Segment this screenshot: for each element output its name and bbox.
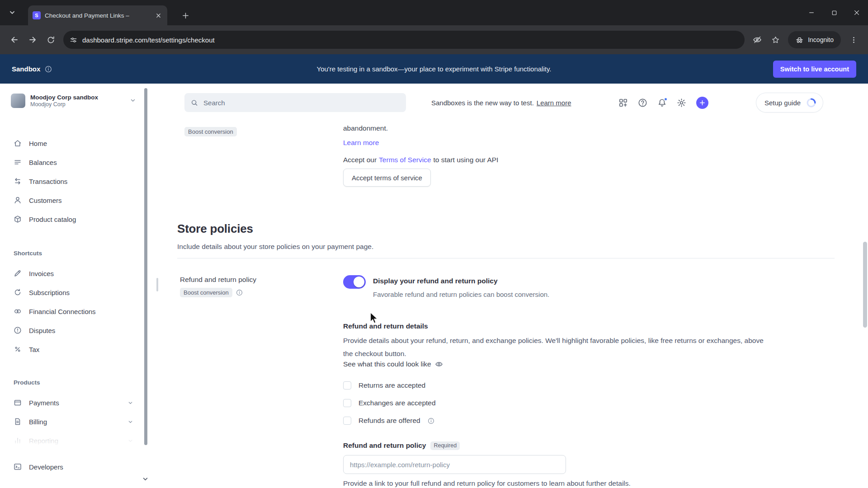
- refund-policy-url-input[interactable]: [343, 455, 566, 474]
- sidebar-item-transactions[interactable]: Transactions: [0, 172, 144, 191]
- sidebar-item-product-catalog[interactable]: Product catalog: [0, 210, 144, 229]
- accept-terms-button[interactable]: Accept terms of service: [343, 169, 431, 187]
- sidebar-item-billing[interactable]: Billing: [0, 412, 144, 431]
- sandbox-info-icon[interactable]: [45, 66, 52, 73]
- url-text[interactable]: dashboard.stripe.com/test/settings/check…: [82, 36, 215, 44]
- back-button[interactable]: [5, 31, 24, 49]
- sidebar-item-label: Reporting: [29, 437, 58, 445]
- exchanges-accepted-checkbox[interactable]: [343, 399, 351, 407]
- scroll-down-icon[interactable]: [142, 476, 148, 484]
- toggle-label: Display your refund and return policy: [373, 277, 498, 285]
- main-content: Sandboxes is the new way to test. Learn …: [148, 84, 868, 488]
- sidebar-item-home[interactable]: Home: [0, 134, 144, 153]
- subscriptions-icon: [14, 288, 22, 296]
- terms-of-service-link[interactable]: Terms of Service: [379, 156, 431, 164]
- home-icon: [14, 139, 22, 147]
- notifications-button[interactable]: [657, 98, 667, 108]
- section-divider: [177, 258, 835, 258]
- browser-tab[interactable]: S Checkout and Payment Links –: [28, 5, 167, 25]
- browser-menu-button[interactable]: [844, 31, 863, 49]
- switch-to-live-button[interactable]: Switch to live account: [773, 61, 856, 78]
- payments-icon: [14, 399, 22, 407]
- preview-link-label: See what this could look like: [343, 360, 431, 368]
- chevron-down-icon: [128, 438, 133, 443]
- sidebar-item-label: Home: [29, 140, 47, 147]
- new-tab-button[interactable]: [177, 7, 193, 23]
- checkbox-row-refunds: Refunds are offered: [343, 415, 434, 427]
- billing-icon: [14, 418, 22, 426]
- refund-policy-badge-row: Boost conversion: [180, 288, 243, 297]
- checkbox-row-exchanges: Exchanges are accepted: [343, 397, 436, 409]
- gear-icon: [677, 98, 686, 108]
- info-icon[interactable]: [236, 289, 243, 296]
- notice-text: Sandboxes is the new way to test.: [431, 99, 534, 107]
- settings-button[interactable]: [677, 98, 686, 108]
- preview-link[interactable]: See what this could look like: [343, 360, 443, 368]
- browser-titlebar: S Checkout and Payment Links –: [0, 0, 868, 25]
- refund-details-title: Refund and return details: [343, 322, 428, 330]
- tos-line: Accept our Terms of Service to start usi…: [343, 156, 498, 164]
- bookmark-button[interactable]: [766, 31, 784, 49]
- forward-button[interactable]: [24, 31, 42, 49]
- sidebar-resize-handle[interactable]: [156, 278, 158, 291]
- create-button[interactable]: [696, 97, 708, 109]
- product-catalog-icon: [14, 215, 22, 223]
- url-bar[interactable]: dashboard.stripe.com/test/settings/check…: [63, 31, 745, 49]
- tab-close-icon[interactable]: [154, 11, 163, 20]
- sidebar-item-customers[interactable]: Customers: [0, 191, 144, 210]
- sidebar-item-financial-connections[interactable]: Financial Connections: [0, 302, 144, 321]
- chevron-down-icon: [9, 9, 15, 16]
- sidebar-item-payments[interactable]: Payments: [0, 393, 144, 412]
- toggle-knob: [354, 277, 364, 287]
- returns-accepted-checkbox[interactable]: [343, 381, 351, 389]
- page-scrollbar[interactable]: [863, 242, 867, 328]
- account-org: Moodjoy Corp: [30, 101, 98, 108]
- close-icon: [854, 9, 860, 16]
- sidebar-item-disputes[interactable]: Disputes: [0, 321, 144, 340]
- refunds-offered-checkbox[interactable]: [343, 417, 351, 425]
- refund-policy-hint: Provide a link to your full refund and r…: [343, 479, 777, 488]
- tax-icon: [14, 345, 22, 353]
- maximize-button[interactable]: [823, 0, 845, 25]
- sidebar-item-label: Product catalog: [29, 216, 76, 223]
- apps-button[interactable]: [618, 98, 628, 108]
- maximize-icon: [831, 10, 837, 16]
- close-button[interactable]: [845, 0, 868, 25]
- display-refund-policy-toggle[interactable]: [343, 275, 366, 289]
- learn-more-link[interactable]: Learn more: [343, 139, 379, 146]
- browser-toolbar: dashboard.stripe.com/test/settings/check…: [0, 25, 868, 54]
- sandbox-label: Sandbox: [12, 65, 40, 73]
- balances-icon: [14, 158, 22, 166]
- notice-learn-more-link[interactable]: Learn more: [537, 99, 571, 107]
- reporting-icon: [14, 436, 22, 445]
- sidebar-item-invoices[interactable]: Invoices: [0, 264, 144, 283]
- sidebar-item-subscriptions[interactable]: Subscriptions: [0, 283, 144, 302]
- sidebar-item-balances[interactable]: Balances: [0, 153, 144, 172]
- tab-search-button[interactable]: [5, 5, 20, 20]
- checkbox-label: Returns are accepted: [359, 381, 425, 389]
- sidebar-scrollbar[interactable]: [144, 88, 147, 445]
- sidebar-item-developers[interactable]: Developers: [0, 457, 144, 476]
- invoices-icon: [14, 269, 22, 277]
- minimize-button[interactable]: [800, 0, 823, 25]
- search-box[interactable]: [184, 93, 406, 112]
- preview-disabled-button[interactable]: [748, 31, 766, 49]
- incognito-icon: [795, 36, 804, 44]
- sidebar: Moodjoy Corp sandbox Moodjoy Corp Home B…: [0, 84, 148, 488]
- account-switcher[interactable]: Moodjoy Corp sandbox Moodjoy Corp: [11, 94, 136, 108]
- plus-icon: [182, 12, 189, 19]
- search-input[interactable]: [203, 99, 400, 107]
- account-avatar: [11, 94, 25, 108]
- reload-button[interactable]: [42, 31, 60, 49]
- help-button[interactable]: [638, 98, 647, 108]
- sidebar-item-tax[interactable]: Tax: [0, 340, 144, 359]
- setup-guide-button[interactable]: Setup guide: [756, 93, 823, 112]
- refund-policy-input-label: Refund and return policy: [343, 441, 426, 450]
- info-icon[interactable]: [428, 418, 434, 424]
- chevron-down-icon: [128, 419, 133, 424]
- sandbox-notice: Sandboxes is the new way to test. Learn …: [431, 84, 571, 122]
- eye-icon: [435, 360, 443, 368]
- site-settings-icon[interactable]: [70, 36, 77, 44]
- section-subtitle: Include details about your store policie…: [177, 243, 373, 251]
- sidebar-item-reporting[interactable]: Reporting: [0, 431, 144, 450]
